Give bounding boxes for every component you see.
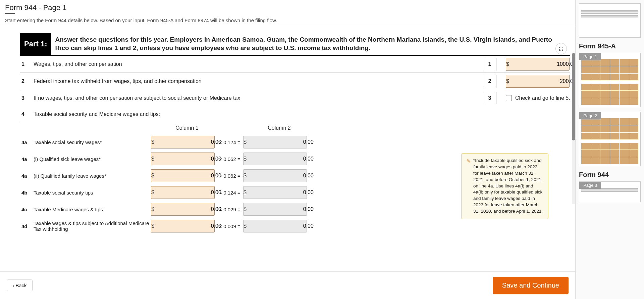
sidebar-form945a-title: Form 945-A — [579, 42, 641, 50]
line-4d-row: 4d Taxable wages & tips subject to Addit… — [20, 218, 570, 234]
line-2-boxnum: 2 — [483, 75, 496, 88]
page-label: Page 1 — [579, 53, 601, 60]
line-4c-col2-output — [247, 206, 317, 212]
line-4b-label: Taxable social security tips — [30, 190, 151, 196]
line-4aii-num: 4a — [20, 173, 30, 179]
line-3-num: 3 — [20, 95, 30, 101]
page-label: Page 3 — [579, 182, 601, 189]
line-4-num: 4 — [20, 111, 30, 117]
form-viewer: Part 1: Answer these questions for this … — [0, 26, 575, 271]
line-4ai-col1-input[interactable] — [154, 156, 225, 162]
line-1-row: 1 Wages, tips, and other compensation 1 … — [20, 56, 570, 73]
line-4a-col1-input[interactable] — [154, 139, 225, 145]
scrollbar[interactable] — [572, 53, 575, 204]
line-4ai-mult: × 0.062 = — [216, 156, 243, 162]
line-1-input[interactable] — [509, 61, 575, 67]
line-4aii-col2-output — [247, 173, 317, 179]
line-2-num: 2 — [20, 78, 30, 84]
line-4b-mult: × 0.124 = — [216, 190, 243, 196]
thumbnail-945a-page2[interactable]: Page 2 — [579, 112, 641, 166]
part1-header: Part 1: Answer these questions for this … — [20, 33, 570, 56]
title-underline — [5, 13, 15, 14]
line-4c-col1-input[interactable] — [154, 206, 225, 212]
line-4d-col1-input[interactable] — [154, 223, 225, 229]
line-3-checkbox[interactable] — [506, 95, 512, 101]
thumbnail-top[interactable] — [579, 3, 641, 38]
sidebar-form944-title: Form 944 — [579, 171, 641, 179]
line-4b-num: 4b — [20, 190, 30, 196]
page-label: Page 2 — [579, 112, 601, 119]
line-4aii-label: (ii) Qualified family leave wages* — [30, 173, 151, 179]
line-1-boxnum: 1 — [483, 58, 496, 71]
line-4-label: Taxable social security and Medicare wag… — [30, 111, 570, 117]
line-4-row: 4 Taxable social security and Medicare w… — [20, 106, 570, 122]
page-subtitle: Start entering the Form 944 details belo… — [5, 17, 570, 23]
line-4c-mult: × 0.029 = — [216, 207, 243, 212]
line-3-label: If no wages, tips, and other compensatio… — [30, 95, 483, 101]
info-note: ✎ *Include taxable qualified sick and fa… — [461, 153, 548, 219]
column-1-header: Column 1 — [154, 125, 220, 131]
line-4ai-label: (i) Qualified sick leave wages* — [30, 156, 151, 162]
footer: ‹ Back Save and Continue — [0, 271, 575, 299]
line-1-num: 1 — [20, 61, 30, 67]
part1-description: Answer these questions for this year. Em… — [51, 33, 570, 55]
line-4a-row: 4a Taxable social security wages* $ × 0.… — [20, 134, 570, 151]
line-4d-mult: × 0.009 = — [216, 223, 243, 229]
currency-prefix: $ — [506, 78, 509, 84]
line-4d-num: 4d — [20, 223, 30, 229]
line-2-input[interactable] — [509, 78, 575, 84]
thumbnail-945a-page1[interactable]: Page 1 — [579, 53, 641, 107]
line-4ai-col2-output — [247, 156, 317, 162]
line-4d-label: Taxable wages & tips subject to Addition… — [30, 220, 151, 232]
line-4c-label: Taxable Medicare wages & tips — [30, 207, 151, 212]
line-4aii-col1-input[interactable] — [154, 173, 225, 179]
line-2-input-wrapper: $ — [506, 75, 570, 88]
line-4c-num: 4c — [20, 207, 30, 212]
line-3-check-label: Check and go to line 5. — [515, 95, 570, 101]
line-2-row: 2 Federal income tax withheld from wages… — [20, 73, 570, 90]
sidebar[interactable]: Form 945-A Page 1 Page 2 — [575, 0, 644, 299]
maximize-icon — [558, 46, 564, 51]
column-2-header: Column 2 — [247, 125, 312, 131]
line-4a-num: 4a — [20, 139, 30, 145]
line-4ai-num: 4a — [20, 156, 30, 162]
line-4a-col2-output — [247, 139, 317, 145]
line-1-input-wrapper: $ — [506, 58, 570, 71]
part1-label: Part 1: — [20, 33, 51, 55]
line-4d-col2-output — [247, 223, 317, 229]
save-continue-button[interactable]: Save and Continue — [493, 277, 569, 294]
currency-prefix: $ — [506, 61, 509, 67]
line-4a-mult: × 0.124 = — [216, 139, 243, 145]
thumbnail-944-page3[interactable]: Page 3 — [579, 181, 641, 202]
line-4aii-mult: × 0.062 = — [216, 173, 243, 179]
maximize-button[interactable] — [555, 43, 567, 54]
line-4b-col2-output — [247, 189, 317, 196]
line-2-label: Federal income tax withheld from wages, … — [30, 78, 483, 84]
page-title: Form 944 - Page 1 — [5, 3, 570, 12]
info-note-text: *Include taxable qualified sick and fami… — [473, 158, 543, 215]
line-4b-col1-input[interactable] — [154, 189, 225, 196]
line-4a-label: Taxable social security wages* — [30, 139, 151, 145]
line-3-boxnum: 3 — [483, 92, 496, 104]
chevron-left-icon: ‹ — [12, 283, 15, 288]
back-button[interactable]: ‹ Back — [7, 280, 33, 291]
line-1-label: Wages, tips, and other compensation — [30, 61, 483, 67]
page-header: Form 944 - Page 1 Start entering the For… — [0, 0, 575, 26]
info-icon: ✎ — [466, 158, 471, 215]
columns-header: Column 1 Column 2 — [20, 122, 570, 134]
line-3-row: 3 If no wages, tips, and other compensat… — [20, 90, 570, 106]
